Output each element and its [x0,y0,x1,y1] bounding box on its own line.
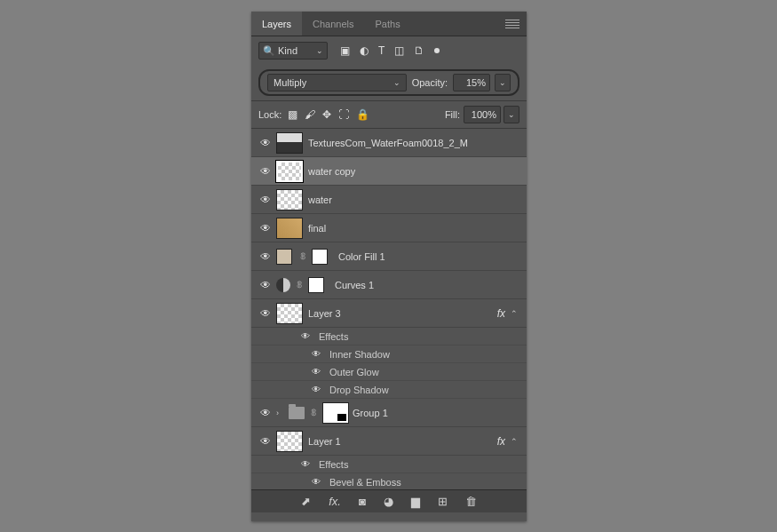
lock-position-icon[interactable]: ✥ [322,108,331,121]
layer-name: water [308,195,332,205]
caret-icon[interactable]: ⌃ [511,309,518,318]
layers-panel: Layers Channels Paths 🔍 ⌄ ▣ ◐ T ◫ 🗋 Mult… [251,12,527,521]
layer-thumbnail[interactable] [276,431,303,452]
layer-row[interactable]: 👁 Layer 3 fx ⌃ [251,299,527,328]
visibility-icon[interactable]: 👁 [255,307,276,320]
visibility-icon[interactable]: 👁 [299,459,312,469]
fill-label: Fill: [445,109,460,120]
effect-item[interactable]: 👁Drop Shadow [251,381,527,399]
layer-row[interactable]: 👁 › 𝟠 Group 1 [251,399,527,427]
mask-thumbnail[interactable] [312,249,328,265]
layer-thumbnail[interactable] [276,132,303,154]
fx-badge[interactable]: fx [497,435,505,448]
opacity-dropdown-icon[interactable]: ⌄ [495,74,511,91]
lock-row: Lock: ▩ 🖌 ✥ ⛶ 🔒 Fill: 100% ⌄ [251,100,527,129]
filter-smart-icon[interactable]: 🗋 [414,44,424,57]
filter-adjustment-icon[interactable]: ◐ [360,44,369,57]
mask-thumbnail[interactable] [308,277,324,293]
visibility-icon[interactable]: 👁 [255,407,276,419]
fill-dropdown-icon[interactable]: ⌄ [503,106,519,123]
tab-paths[interactable]: Paths [365,12,411,36]
visibility-icon[interactable]: 👁 [310,477,322,487]
layer-row[interactable]: 👁 𝟠 Curves 1 [251,271,527,299]
caret-icon[interactable]: ⌃ [511,437,518,446]
effects-header[interactable]: 👁Effects [251,328,527,345]
expand-icon[interactable]: › [276,409,287,417]
kind-input[interactable] [278,45,313,56]
layer-thumbnail[interactable] [276,303,303,324]
lock-all-icon[interactable]: 🔒 [356,108,369,121]
visibility-icon[interactable]: 👁 [299,331,312,341]
new-layer-icon[interactable]: ⊞ [438,495,448,508]
lock-transparency-icon[interactable]: ▩ [288,108,297,121]
layer-row[interactable]: 👁 water copy [251,157,527,186]
effect-item[interactable]: 👁Bevel & Emboss [251,473,527,489]
layer-filter-kind[interactable]: 🔍 ⌄ [258,42,328,60]
link-icon[interactable]: 𝟠 [308,408,319,417]
tab-channels[interactable]: Channels [302,12,364,36]
layer-row[interactable]: 👁 Layer 1 fx ⌃ [251,427,527,456]
visibility-icon[interactable]: 👁 [255,194,276,206]
effects-label: Effects [319,459,348,470]
link-icon[interactable]: 𝟠 [294,280,305,290]
adjustment-icon[interactable] [276,278,290,292]
filter-toggle-icon[interactable] [434,48,440,53]
visibility-icon[interactable]: 👁 [255,165,276,178]
new-group-icon[interactable]: ▆ [411,495,420,508]
layer-name: Group 1 [353,408,388,418]
layer-row[interactable]: 👁 final [251,214,527,242]
lock-icons: ▩ 🖌 ✥ ⛶ 🔒 [288,108,369,121]
effects-label: Effects [319,331,348,342]
visibility-icon[interactable]: 👁 [255,279,276,291]
tab-layers[interactable]: Layers [251,12,302,36]
link-layers-icon[interactable]: ⬈ [301,495,311,508]
layers-list[interactable]: 👁 TexturesCom_WaterFoam0018_2_M 👁 water … [251,129,527,489]
panel-menu-icon[interactable] [505,20,519,28]
effect-item[interactable]: 👁Inner Shadow [251,345,527,363]
filter-pixel-icon[interactable]: ▣ [340,44,350,57]
mask-thumbnail[interactable] [322,402,349,424]
visibility-icon[interactable]: 👁 [255,137,276,149]
visibility-icon[interactable]: 👁 [255,222,276,234]
opacity-label: Opacity: [412,77,448,88]
add-adjustment-icon[interactable]: ◕ [384,495,393,508]
layer-row[interactable]: 👁 water [251,186,527,214]
chevron-down-icon: ⌄ [316,46,323,55]
link-icon[interactable]: 𝟠 [297,251,308,261]
fx-badge[interactable]: fx [497,307,505,320]
layer-name: Layer 1 [308,436,341,447]
layer-row[interactable]: 👁 TexturesCom_WaterFoam0018_2_M [251,129,527,157]
blend-opacity-highlight: Multiply ⌄ Opacity: 15% ⌄ [258,69,519,96]
add-style-icon[interactable]: fx. [329,495,341,508]
layer-thumbnail[interactable] [276,161,303,182]
visibility-icon[interactable]: 👁 [310,367,322,377]
fill-input[interactable]: 100% [464,106,501,123]
blend-row: Multiply ⌄ Opacity: 15% ⌄ [251,65,527,100]
layer-row[interactable]: 👁 𝟠 Color Fill 1 [251,242,527,271]
layer-thumbnail[interactable] [276,189,303,210]
panel-tabs: Layers Channels Paths [251,12,527,36]
blend-mode-select[interactable]: Multiply ⌄ [267,74,407,91]
filter-type-icon[interactable]: T [378,44,385,57]
layer-thumbnail[interactable] [276,218,303,239]
effect-name: Drop Shadow [329,385,389,395]
folder-icon[interactable] [289,407,305,419]
effect-name: Outer Glow [329,367,379,377]
delete-layer-icon[interactable]: 🗑 [465,495,477,508]
visibility-icon[interactable]: 👁 [310,385,322,394]
filter-row: 🔍 ⌄ ▣ ◐ T ◫ 🗋 [251,36,527,65]
lock-image-icon[interactable]: 🖌 [305,108,315,121]
lock-artboard-icon[interactable]: ⛶ [338,108,349,121]
bottom-toolbar: ⬈ fx. ◙ ◕ ▆ ⊞ 🗑 [251,489,527,512]
layer-thumbnail[interactable] [276,249,292,265]
visibility-icon[interactable]: 👁 [255,250,276,263]
effects-header[interactable]: 👁Effects [251,456,527,473]
effect-item[interactable]: 👁Outer Glow [251,363,527,381]
filter-shape-icon[interactable]: ◫ [394,44,404,57]
lock-label: Lock: [258,109,281,120]
visibility-icon[interactable]: 👁 [255,435,276,448]
visibility-icon[interactable]: 👁 [310,349,322,359]
add-mask-icon[interactable]: ◙ [359,495,366,508]
opacity-input[interactable]: 15% [453,74,490,91]
layer-name: Layer 3 [308,308,341,319]
